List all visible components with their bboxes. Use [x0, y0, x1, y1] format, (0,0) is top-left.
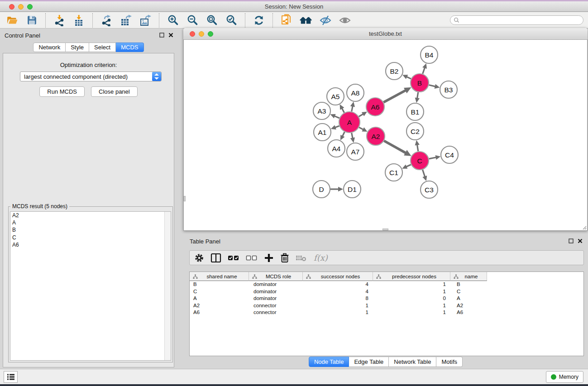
dropdown-stepper-icon [152, 72, 161, 81]
graph-edge-B-B2[interactable] [406, 77, 411, 79]
search-input[interactable] [461, 17, 579, 24]
table-cell: 1 [303, 302, 373, 310]
table-panel-tabs: Node TableEdge TableNetwork TableMotifs [183, 357, 588, 367]
graph-edge-A-A8[interactable] [352, 106, 353, 111]
column-header-MCDS-role[interactable]: MCDS role [249, 272, 303, 281]
network-canvas[interactable]: B4B2BB3A5A8A6A3B1AA1C2A2A4A7C4CC1DD1C3 [183, 40, 588, 231]
graph-edge-A-A2[interactable] [359, 127, 363, 129]
columns-icon[interactable] [210, 253, 221, 263]
table-cell: 0 [373, 295, 450, 302]
graph-edge-A6-B[interactable] [383, 91, 406, 102]
tab-node-table[interactable]: Node Table [309, 357, 349, 367]
optimization-dropdown[interactable]: largest connected component (directed) [20, 71, 162, 81]
graph-node-label: A8 [351, 89, 360, 97]
float-table-panel-icon[interactable] [569, 238, 574, 243]
mcds-result-item[interactable]: A6 [10, 241, 171, 248]
task-list-button[interactable] [4, 371, 18, 383]
graph-edge-arrowhead [435, 155, 441, 160]
table-cell: connector [249, 309, 303, 316]
column-header-shared-name[interactable]: shared name [190, 272, 249, 281]
run-mcds-button[interactable]: Run MCDS [39, 86, 85, 97]
deselect-all-icon[interactable] [246, 253, 258, 263]
settings-gear-icon[interactable] [194, 253, 204, 263]
table-cell: B [190, 281, 249, 288]
graph-edge-A2-C[interactable] [384, 141, 406, 153]
home-icon[interactable] [300, 14, 312, 27]
tab-motifs[interactable]: Motifs [436, 357, 463, 367]
close-table-panel-icon[interactable] [578, 238, 583, 243]
table-row[interactable]: Cdominator41C [190, 288, 583, 295]
tab-network[interactable]: Network [33, 43, 66, 52]
tab-edge-table[interactable]: Edge Table [349, 357, 389, 367]
graph-edge-A-A3[interactable] [335, 116, 339, 118]
graph-edge-B-B1[interactable] [417, 92, 418, 99]
network-graph[interactable]: B4B2BB3A5A8A6A3B1AA1C2A2A4A7C4CC1DD1C3 [184, 40, 587, 230]
share-document-icon[interactable] [280, 14, 293, 27]
delete-table-icon[interactable] [296, 253, 307, 263]
graph-edge-B-B4[interactable] [423, 67, 425, 74]
hide-eye-icon[interactable] [319, 14, 332, 27]
import-network-icon[interactable] [53, 14, 66, 27]
table-row[interactable]: A2connector11A2 [190, 302, 583, 310]
app-titlebar: Session: New Session [0, 1, 588, 12]
add-row-icon[interactable] [264, 253, 274, 263]
node-table[interactable]: shared nameMCDS rolesuccessor nodesprede… [189, 272, 584, 356]
graph-edge-C-C1[interactable] [406, 165, 411, 167]
table-row[interactable]: Adominator80A [190, 295, 583, 302]
save-session-icon[interactable] [25, 14, 38, 27]
graph-edge-C-C4[interactable] [429, 157, 436, 159]
mcds-result-item[interactable]: A [10, 219, 171, 226]
resize-grip-icon[interactable] [581, 224, 587, 230]
export-network-icon[interactable] [100, 14, 113, 27]
graph-edge-B-B3[interactable] [429, 85, 435, 86]
zoom-in-icon[interactable] [167, 14, 179, 27]
table-toolbar: f(x) [189, 250, 584, 265]
close-panel-icon[interactable] [168, 33, 173, 38]
search-box[interactable] [450, 15, 583, 25]
graph-node-label: A4 [332, 145, 341, 152]
column-header-successor-nodes[interactable]: successor nodes [303, 272, 373, 281]
refresh-icon[interactable] [253, 14, 265, 27]
status-bar: Memory [0, 369, 588, 384]
graph-edge-A-A5[interactable] [342, 108, 344, 113]
graph-edge-C-C3[interactable] [423, 170, 425, 177]
mcds-result-list[interactable]: A2ABCA6 [10, 211, 171, 361]
delete-row-icon[interactable] [280, 253, 289, 263]
graph-edge-C-C2[interactable] [417, 145, 418, 152]
column-header-name[interactable]: name [450, 272, 487, 281]
mcds-result-item[interactable]: C [10, 234, 171, 241]
column-header-predecessor-nodes[interactable]: predecessor nodes [373, 272, 450, 281]
table-row[interactable]: Bdominator41B [190, 281, 583, 288]
close-panel-button[interactable]: Close panel [91, 86, 138, 97]
memory-button[interactable]: Memory [546, 371, 583, 383]
graph-edge-A-A6[interactable] [359, 114, 363, 117]
tab-style[interactable]: Style [66, 43, 89, 52]
graph-edge-A-A7[interactable] [352, 133, 353, 138]
vertical-scroll-indicator[interactable] [184, 196, 186, 201]
horizontal-scroll-indicator[interactable] [382, 229, 388, 230]
table-cell: 4 [303, 281, 373, 288]
tab-mcds[interactable]: MCDS [116, 43, 143, 52]
result-scrollbar[interactable] [164, 212, 171, 360]
graph-edge-arrowhead [422, 63, 427, 69]
select-all-icon[interactable] [228, 253, 239, 263]
graph-edge-A-A1[interactable] [335, 126, 339, 127]
network-window-titlebar[interactable]: testGlobe.txt [183, 28, 588, 40]
show-eye-icon[interactable] [339, 14, 351, 27]
float-panel-icon[interactable] [159, 33, 164, 38]
tab-select[interactable]: Select [89, 43, 116, 52]
network-window-title: testGlobe.txt [183, 30, 588, 37]
graph-edge-A-A4[interactable] [342, 132, 344, 136]
zoom-fit-icon[interactable] [206, 14, 218, 27]
mcds-result-item[interactable]: B [10, 226, 171, 234]
open-session-icon[interactable] [6, 14, 19, 27]
function-icon[interactable]: f(x) [314, 253, 328, 263]
import-table-icon[interactable] [72, 14, 85, 27]
table-row[interactable]: A6connector11A6 [190, 309, 583, 316]
export-image-icon[interactable] [139, 14, 152, 27]
zoom-selected-icon[interactable] [225, 14, 238, 27]
export-table-icon[interactable] [120, 14, 132, 27]
tab-network-table[interactable]: Network Table [389, 357, 436, 367]
mcds-result-item[interactable]: A2 [10, 212, 171, 219]
zoom-out-icon[interactable] [186, 14, 199, 27]
